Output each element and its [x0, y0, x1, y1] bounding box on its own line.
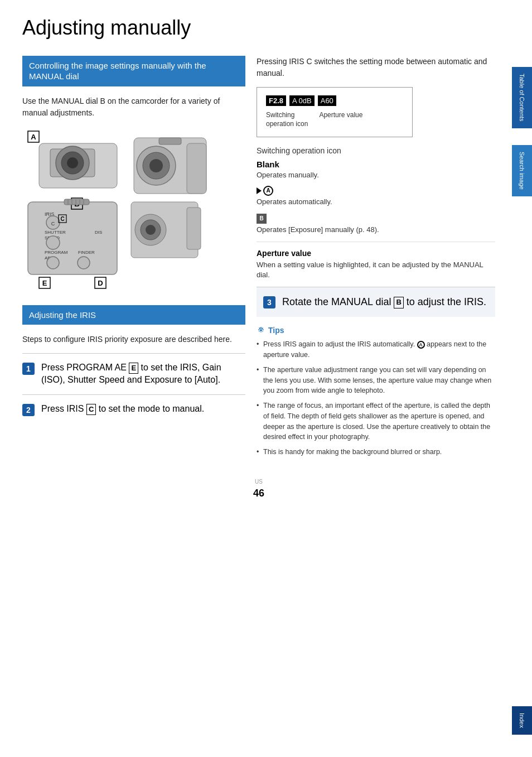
a-circle-icon: A — [263, 186, 273, 196]
step2-text: Press IRIS C to set the mode to manual. — [41, 403, 204, 415]
sidebar-gap-top — [512, 0, 532, 67]
auto-icon: A — [257, 186, 273, 196]
svg-text:C: C — [60, 216, 64, 222]
svg-point-26 — [78, 257, 90, 269]
page-wrapper: Adjusting manually Controlling the image… — [0, 0, 532, 757]
a-db-display: A 0dB — [289, 95, 315, 106]
left-column: Controlling the image settings manually … — [22, 56, 245, 462]
tips-title: Tips — [257, 326, 495, 335]
right-sidebar: Table of Contents Search image Index — [512, 0, 532, 757]
switching-op-label: Switchingoperation icon — [266, 110, 308, 129]
c-letter-pressing: C — [306, 57, 312, 66]
step3-inner: 3 Rotate the MANUAL dial B to adjust the… — [263, 295, 489, 309]
page-us-label: US — [255, 479, 263, 485]
svg-point-6 — [67, 157, 78, 168]
step1-text: Press PROGRAM AE E to set the IRIS, Gain… — [41, 361, 245, 387]
triangle-icon — [257, 187, 262, 194]
exposure-desc: Operates [Exposure] manually (p. 48). — [257, 225, 495, 235]
b-box-step3: B — [394, 297, 403, 308]
toc-label: Table of Contents — [519, 74, 525, 122]
exposure-title: B — [257, 213, 495, 224]
section2-header: Adjusting the IRIS — [22, 305, 245, 325]
tips-gear-icon — [257, 326, 265, 335]
svg-text:C: C — [51, 221, 55, 226]
iris-display-box: F2.8 A 0dB A60 Switchingoperation icon A… — [257, 87, 413, 138]
auto-title: A — [257, 186, 495, 196]
svg-text:A: A — [31, 133, 36, 141]
sidebar-tab-index[interactable]: Index — [512, 706, 532, 735]
svg-point-21 — [46, 236, 60, 249]
svg-rect-13 — [28, 202, 117, 274]
aperture-value-section: Aperture value When a setting value is h… — [257, 242, 495, 280]
aperture-diagram: Switchingoperation icon Aperture value — [266, 110, 403, 129]
blank-title: Blank — [257, 160, 495, 169]
tips-list: Press IRIS again to adjust the IRIS auto… — [257, 339, 495, 457]
step2-block: 2 Press IRIS C to set the mode to manual… — [22, 394, 245, 424]
switch-icon-section: Switching operation icon Blank Operates … — [257, 146, 495, 280]
index-label: Index — [519, 713, 525, 728]
step2-number: 2 — [22, 404, 35, 416]
auto-desc: Operates automatically. — [257, 197, 495, 207]
a-60-display: A60 — [318, 95, 336, 106]
section2-body: Steps to configure IRIS priority exposur… — [22, 334, 245, 345]
switch-item-blank: Blank Operates manually. — [257, 160, 495, 180]
section1-header: Controlling the image settings manually … — [22, 56, 245, 86]
sidebar-tab-toc[interactable]: Table of Contents — [512, 67, 532, 128]
sidebar-tab-search[interactable]: Search image — [512, 145, 532, 196]
tips-section: Tips Press IRIS again to adjust the IRIS… — [257, 326, 495, 457]
switch-item-exposure: B Operates [Exposure] manually (p. 48). — [257, 213, 495, 235]
svg-text:E: E — [42, 279, 47, 287]
svg-point-10 — [149, 159, 163, 172]
step1-number: 1 — [22, 363, 35, 375]
pressing-iris-text: Pressing IRIS C switches the setting mod… — [257, 56, 495, 79]
main-content: Adjusting manually Controlling the image… — [0, 0, 512, 757]
c-letter-box: C — [86, 404, 96, 415]
switch-item-auto: A Operates automatically. — [257, 186, 495, 207]
aperture-value-section-title: Aperture value — [257, 249, 495, 258]
switch-section-title: Switching operation icon — [257, 146, 495, 155]
tip-item-2: The aperture value adjustment range you … — [257, 365, 495, 396]
svg-text:DIS: DIS — [95, 230, 102, 235]
f-value-display: F2.8 — [266, 95, 286, 106]
step3-number: 3 — [263, 296, 275, 308]
iris-display-row: F2.8 A 0dB A60 — [266, 95, 403, 106]
sidebar-gap-bottom — [512, 735, 532, 757]
tip-item-3: The range of focus, an important effect … — [257, 401, 495, 442]
blank-desc: Operates manually. — [257, 170, 495, 180]
search-label: Search image — [519, 152, 525, 190]
camera-diagram: A — [22, 127, 234, 294]
step3-text: Rotate the MANUAL dial B to adjust the I… — [282, 295, 486, 309]
b-label: B — [100, 97, 105, 105]
tip-item-1: Press IRIS again to adjust the IRIS auto… — [257, 339, 495, 360]
page-title: Adjusting manually — [22, 17, 495, 39]
a-circle-tip: A — [417, 341, 425, 349]
sidebar-gap-mid2 — [512, 196, 532, 707]
svg-text:SHUTTER: SHUTTER — [45, 230, 66, 235]
aperture-value-section-desc: When a setting value is highlighted, it … — [257, 260, 495, 280]
camera-illustration: A — [22, 127, 234, 294]
svg-point-24 — [47, 257, 59, 269]
page-number: 46 — [22, 488, 495, 499]
e-letter-box: E — [129, 363, 138, 374]
svg-rect-12 — [159, 138, 181, 144]
sidebar-gap-mid1 — [512, 128, 532, 145]
tip-item-4: This is handy for making the background … — [257, 447, 495, 457]
aperture-value-label: Aperture value — [319, 110, 362, 120]
adjusting-iris-section: Adjusting the IRIS Steps to configure IR… — [22, 305, 245, 424]
svg-text:PROGRAM: PROGRAM — [45, 250, 68, 255]
svg-rect-38 — [187, 208, 201, 249]
right-column: Pressing IRIS C switches the setting mod… — [257, 56, 495, 462]
b-square-icon: B — [257, 214, 267, 224]
svg-text:FINDER: FINDER — [78, 250, 95, 255]
two-col-layout: Controlling the image settings manually … — [22, 56, 495, 462]
page-footer: US 46 — [22, 479, 495, 499]
svg-rect-11 — [187, 143, 206, 194]
section1-body: Use the MANUAL dial B on the camcorder f… — [22, 95, 245, 119]
svg-point-37 — [146, 225, 156, 235]
step1-block: 1 Press PROGRAM AE E to set the IRIS, Ga… — [22, 353, 245, 394]
svg-text:D: D — [98, 279, 103, 287]
step3-block: 3 Rotate the MANUAL dial B to adjust the… — [257, 287, 495, 317]
